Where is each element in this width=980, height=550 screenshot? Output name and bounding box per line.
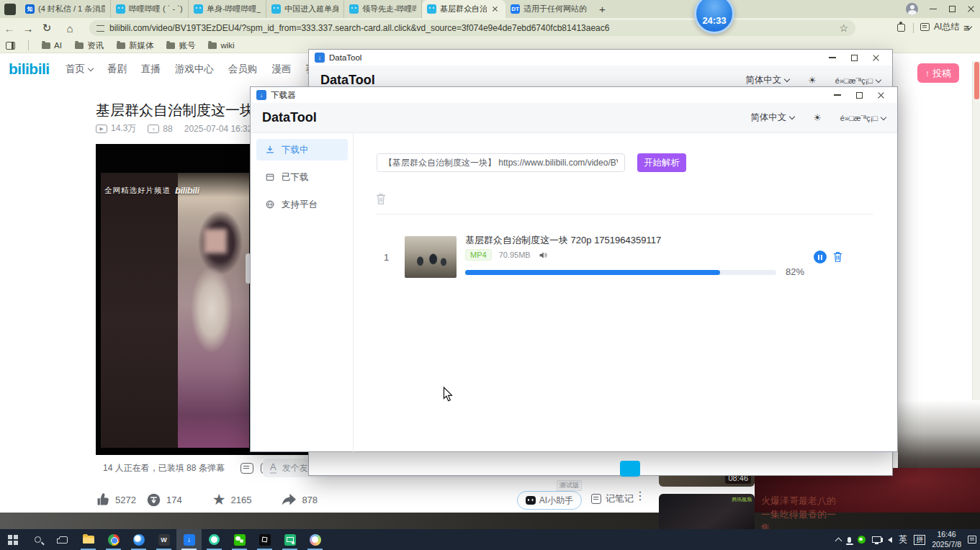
bookmark-star-icon[interactable]: ☆: [839, 22, 848, 34]
take-note-button[interactable]: 记笔记: [591, 492, 634, 505]
taskbar-edge-browser[interactable]: [126, 529, 151, 550]
bookmark-folder-wiki[interactable]: wiki: [208, 41, 234, 50]
note-icon: [591, 494, 601, 504]
bookmark-folder-account[interactable]: 账号: [166, 40, 195, 51]
start-button[interactable]: [0, 529, 25, 550]
pause-download-button[interactable]: [814, 251, 827, 263]
window-close-button[interactable]: [870, 87, 891, 103]
nav-game-center[interactable]: 游戏中心: [175, 63, 214, 76]
ime-language[interactable]: 英: [899, 533, 907, 546]
delete-download-button[interactable]: [832, 251, 843, 266]
back-icon[interactable]: ←: [0, 22, 19, 35]
chevron-down-icon: [789, 114, 795, 120]
taskbar-file-explorer[interactable]: [76, 529, 101, 550]
parse-button[interactable]: 开始解析: [637, 153, 686, 172]
nav-home[interactable]: 首页: [66, 63, 93, 76]
taskbar-wechat[interactable]: [227, 529, 252, 550]
taskbar-chrome[interactable]: [101, 529, 126, 550]
taskbar-datatool-active[interactable]: ↓: [176, 529, 202, 550]
taskbar-wps[interactable]: W: [151, 529, 176, 550]
nav-vip-shop[interactable]: 会员购: [228, 63, 258, 76]
tray-expand-icon[interactable]: [835, 537, 842, 544]
download-item-thumbnail: [405, 236, 457, 278]
nav-manga[interactable]: 漫画: [271, 63, 291, 76]
window-minimize-button[interactable]: [822, 50, 843, 66]
theme-toggle-icon[interactable]: ☀: [813, 112, 822, 123]
ime-mode-icon[interactable]: 拼: [914, 535, 925, 545]
coin-button[interactable]: 174: [146, 492, 182, 508]
taskbar-screenshare[interactable]: [277, 529, 302, 550]
video-person-coat: [191, 266, 233, 353]
share-button[interactable]: 878: [282, 493, 318, 507]
bookmark-folder-ai[interactable]: AI: [42, 41, 62, 50]
extensions-icon[interactable]: [897, 24, 905, 32]
notification-center-icon[interactable]: [968, 536, 976, 544]
refresh-icon[interactable]: ↻: [37, 22, 56, 35]
tab-active-video[interactable]: 基层群众自治制度: [422, 0, 505, 18]
account-menu[interactable]: é»□æ¨ªç¡□: [835, 76, 881, 85]
clear-list-trash-icon[interactable]: [375, 192, 387, 208]
video-url-input[interactable]: 【基层群众自治制度这一块】 https://www.bilibili.com/v…: [377, 153, 625, 172]
workspaces-icon[interactable]: [4, 4, 16, 15]
language-select[interactable]: 简体中文: [745, 74, 789, 86]
window-maximize-button[interactable]: [843, 50, 865, 66]
audio-icon[interactable]: [538, 251, 548, 260]
new-tab-button[interactable]: +: [592, 0, 613, 18]
sidebar-item-downloading[interactable]: 下载中: [256, 139, 348, 161]
window-minimize-button[interactable]: [827, 87, 848, 103]
account-menu[interactable]: é»□æ¨ªç¡□: [840, 114, 886, 122]
tab-bilibili-4[interactable]: 领导先走-哔哩哔哩_b: [344, 0, 422, 18]
microphone-icon[interactable]: [848, 537, 851, 543]
taskbar-clock[interactable]: 16:46 2025/7/8: [932, 530, 961, 549]
bookmark-folder-media[interactable]: 新媒体: [117, 40, 154, 51]
browser-minimize-button[interactable]: [924, 0, 943, 18]
page-scrollbar-thumb[interactable]: [974, 62, 979, 99]
window-close-button[interactable]: [865, 50, 886, 66]
browser-close-button[interactable]: [961, 0, 980, 18]
tab-bilibili-2[interactable]: 单身-哔哩哔哩_bilibili: [189, 0, 266, 18]
progress-percent: 82%: [786, 266, 804, 277]
side-panel-icon[interactable]: [6, 42, 15, 50]
taskbar-search-button[interactable]: [25, 529, 50, 550]
address-bar[interactable]: bilibili.com/video/BV19T3EzDEU4/?spm_id_…: [89, 20, 855, 36]
site-info-icon[interactable]: [96, 25, 104, 32]
sidebar-item-platforms[interactable]: 支持平台: [256, 194, 348, 215]
close-tab-icon[interactable]: [490, 4, 500, 14]
taskbar-colorful-app[interactable]: [302, 529, 328, 550]
browser-maximize-button[interactable]: [943, 0, 961, 18]
language-select[interactable]: 简体中文: [750, 112, 794, 124]
taskbar-capcut[interactable]: [252, 529, 277, 550]
task-view-button[interactable]: [50, 529, 76, 550]
tab-bilibili-3[interactable]: 中国进入超单身时代_: [266, 0, 344, 18]
bilibili-logo[interactable]: bilibili: [9, 60, 50, 78]
danmaku-toggle-icon[interactable]: [240, 463, 253, 474]
nav-live[interactable]: 直播: [141, 63, 161, 76]
tab-datatool-ext[interactable]: DT 适用于任何网站的快速: [505, 0, 592, 18]
bilibili-favicon: [116, 4, 125, 14]
volume-icon[interactable]: [888, 537, 892, 543]
taskbar-app-ring[interactable]: [202, 529, 227, 550]
ai-assistant-button[interactable]: AI小助手: [517, 491, 582, 510]
browser-profile-avatar[interactable]: [906, 3, 918, 15]
browser-menu-icon[interactable]: ≡: [963, 22, 970, 34]
datatool-main-titlebar[interactable]: ↓ DataTool: [309, 50, 892, 66]
danmaku-send-button[interactable]: [620, 461, 640, 477]
favorite-button[interactable]: ★ 2165: [212, 492, 252, 507]
home-icon[interactable]: ⌂: [60, 22, 79, 35]
forward-icon[interactable]: →: [19, 22, 37, 35]
window-maximize-button[interactable]: [848, 87, 870, 103]
sidebar-item-downloaded[interactable]: 已下载: [256, 166, 348, 188]
downloader-titlebar[interactable]: ↓ 下载器: [251, 87, 897, 103]
datatool-brand: DataTool: [262, 110, 317, 125]
more-actions-icon[interactable]: ⋮: [634, 489, 646, 502]
nav-bangumi[interactable]: 番剧: [107, 63, 127, 76]
tab-zhihu[interactable]: 知 (4 封私信 / 1 条消息): [20, 0, 111, 18]
tab-bilibili-1[interactable]: 哔哩哔哩 ( ´ - `)っ口: [111, 0, 189, 18]
like-button[interactable]: 5272: [96, 492, 136, 507]
theme-toggle-icon[interactable]: ☀: [808, 75, 817, 86]
wechat-tray-icon[interactable]: [858, 536, 866, 544]
upload-button[interactable]: ↑ 投稿: [917, 63, 959, 83]
page-scrollbar[interactable]: [972, 61, 980, 454]
danmaku-style-icon[interactable]: A: [270, 462, 277, 474]
bookmark-folder-news[interactable]: 资讯: [75, 40, 104, 51]
